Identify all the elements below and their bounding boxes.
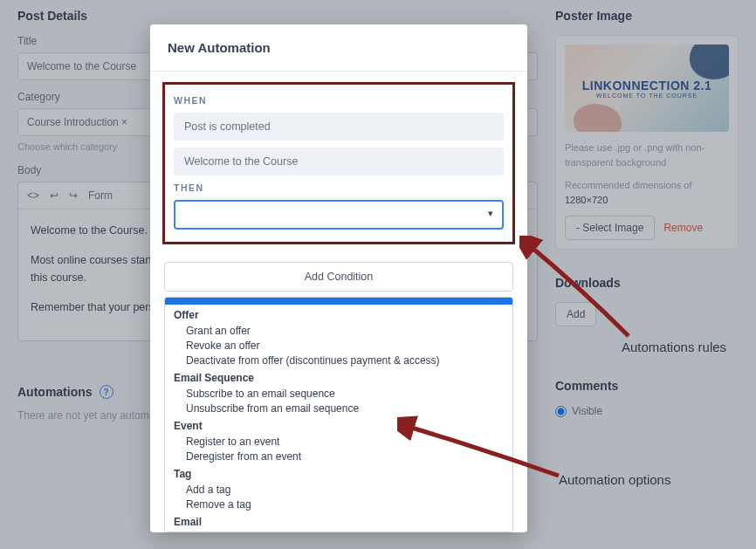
dropdown-option[interactable]: Deregister from an event [174,449,504,463]
modal-title: New Automation [168,40,510,55]
annotation-label-options: Automation options [559,471,670,489]
dropdown-highlight-bar [165,298,512,305]
dropdown-option[interactable]: Send an email [174,530,504,532]
dropdown-option[interactable]: Remove a tag [174,497,504,511]
when-trigger-field[interactable]: Post is completed [174,113,504,141]
poster-subtitle: WELCOME TO THE COURSE [596,93,698,99]
dropdown-option[interactable]: Revoke an offer [174,338,504,353]
dropdown-group-title: Email Sequence [174,370,504,386]
dropdown-option[interactable]: Unsubscribe from an email sequence [174,401,504,415]
dropdown-option[interactable]: Register to an event [174,434,504,449]
dropdown-group-title: Offer [174,307,504,323]
dropdown-option[interactable]: Add a tag [174,482,504,497]
automation-rules-box: WHEN Post is completed Welcome to the Co… [162,82,515,244]
dropdown-option[interactable]: Grant an offer [174,323,504,338]
then-action-select[interactable] [174,200,504,230]
action-dropdown-list: OfferGrant an offerRevoke an offerDeacti… [164,297,513,532]
when-label: WHEN [174,95,504,106]
dropdown-option[interactable]: Subscribe to an email sequence [174,386,504,401]
poster-logo-text: LINKONNECTION 2.1 [582,79,712,93]
when-target-field[interactable]: Welcome to the Course [174,148,504,175]
dropdown-group-title: Event [174,418,504,434]
dropdown-group-title: Tag [174,466,504,482]
then-label: THEN [174,182,504,193]
add-condition-button[interactable]: Add Condition [164,262,513,292]
dropdown-option[interactable]: Deactivate from offer (discontinues paym… [174,353,504,367]
dropdown-group-title: Email [174,514,504,530]
new-automation-modal: New Automation WHEN Post is completed We… [150,24,527,532]
annotation-label-rules: Automations rules [622,339,726,356]
